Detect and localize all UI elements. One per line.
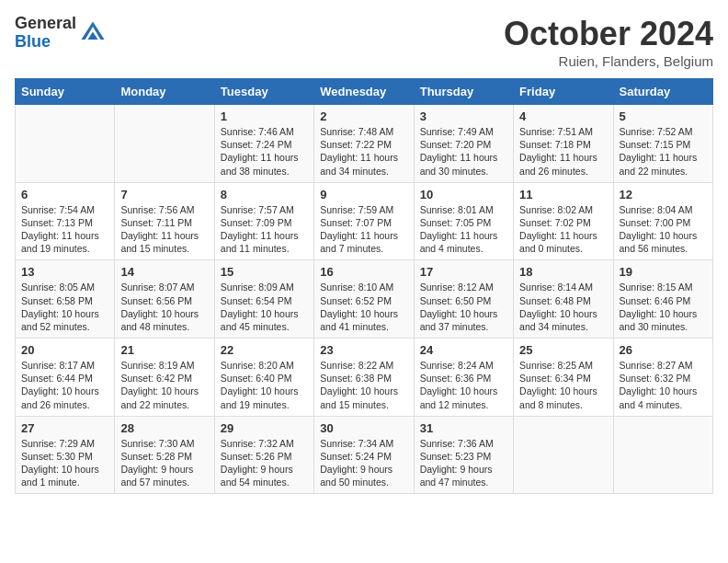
header-cell-monday: Monday — [115, 79, 214, 105]
calendar-cell: 1Sunrise: 7:46 AM Sunset: 7:24 PM Daylig… — [214, 105, 313, 183]
header-cell-friday: Friday — [514, 79, 613, 105]
day-number: 18 — [519, 265, 607, 279]
day-info: Sunrise: 8:17 AM Sunset: 6:44 PM Dayligh… — [21, 359, 108, 411]
header-cell-wednesday: Wednesday — [314, 79, 414, 105]
day-number: 5 — [620, 109, 707, 123]
day-number: 11 — [519, 188, 607, 201]
logo-general: General — [15, 15, 76, 33]
calendar-cell — [115, 105, 214, 183]
logo-icon — [80, 20, 106, 46]
calendar-week-3: 20Sunrise: 8:17 AM Sunset: 6:44 PM Dayli… — [16, 339, 713, 417]
day-info: Sunrise: 7:49 AM Sunset: 7:20 PM Dayligh… — [420, 125, 507, 178]
calendar-cell: 27Sunrise: 7:29 AM Sunset: 5:30 PM Dayli… — [16, 416, 115, 494]
day-number: 15 — [221, 265, 308, 279]
calendar-cell: 29Sunrise: 7:32 AM Sunset: 5:26 PM Dayli… — [214, 416, 313, 494]
day-number: 14 — [120, 265, 208, 279]
day-info: Sunrise: 7:48 AM Sunset: 7:22 PM Dayligh… — [320, 125, 407, 178]
day-info: Sunrise: 7:57 AM Sunset: 7:09 PM Dayligh… — [221, 203, 308, 256]
calendar-cell: 17Sunrise: 8:12 AM Sunset: 6:50 PM Dayli… — [414, 260, 513, 339]
calendar-cell: 20Sunrise: 8:17 AM Sunset: 6:44 PM Dayli… — [16, 339, 115, 417]
calendar-cell: 19Sunrise: 8:15 AM Sunset: 6:46 PM Dayli… — [613, 260, 712, 339]
calendar-cell: 23Sunrise: 8:22 AM Sunset: 6:38 PM Dayli… — [314, 339, 414, 417]
day-info: Sunrise: 7:30 AM Sunset: 5:28 PM Dayligh… — [120, 437, 208, 489]
day-info: Sunrise: 8:04 AM Sunset: 7:00 PM Dayligh… — [620, 203, 707, 256]
day-info: Sunrise: 8:02 AM Sunset: 7:02 PM Dayligh… — [519, 203, 607, 256]
calendar-header: SundayMondayTuesdayWednesdayThursdayFrid… — [16, 79, 713, 105]
header-cell-saturday: Saturday — [613, 79, 712, 105]
day-number: 7 — [120, 188, 208, 201]
calendar-body: 1Sunrise: 7:46 AM Sunset: 7:24 PM Daylig… — [16, 105, 713, 494]
calendar-cell — [514, 416, 613, 494]
day-info: Sunrise: 7:56 AM Sunset: 7:11 PM Dayligh… — [120, 203, 208, 256]
day-info: Sunrise: 7:59 AM Sunset: 7:07 PM Dayligh… — [320, 203, 407, 256]
calendar-cell: 5Sunrise: 7:52 AM Sunset: 7:15 PM Daylig… — [613, 105, 712, 183]
calendar-cell: 18Sunrise: 8:14 AM Sunset: 6:48 PM Dayli… — [514, 260, 613, 339]
day-number: 24 — [420, 343, 507, 357]
day-number: 30 — [320, 421, 407, 435]
calendar-cell: 13Sunrise: 8:05 AM Sunset: 6:58 PM Dayli… — [16, 260, 115, 339]
calendar-cell: 15Sunrise: 8:09 AM Sunset: 6:54 PM Dayli… — [214, 260, 313, 339]
header-cell-sunday: Sunday — [16, 79, 115, 105]
day-info: Sunrise: 8:25 AM Sunset: 6:34 PM Dayligh… — [519, 359, 607, 411]
calendar-cell: 9Sunrise: 7:59 AM Sunset: 7:07 PM Daylig… — [314, 182, 414, 260]
header-cell-tuesday: Tuesday — [214, 79, 313, 105]
header-cell-thursday: Thursday — [414, 79, 513, 105]
logo-blue: Blue — [15, 33, 76, 52]
header-row: SundayMondayTuesdayWednesdayThursdayFrid… — [16, 79, 713, 105]
calendar-week-1: 6Sunrise: 7:54 AM Sunset: 7:13 PM Daylig… — [16, 182, 713, 260]
day-info: Sunrise: 8:20 AM Sunset: 6:40 PM Dayligh… — [221, 359, 308, 411]
day-number: 3 — [420, 109, 507, 123]
day-number: 6 — [21, 188, 108, 201]
calendar-cell: 21Sunrise: 8:19 AM Sunset: 6:42 PM Dayli… — [115, 339, 214, 417]
calendar-cell: 8Sunrise: 7:57 AM Sunset: 7:09 PM Daylig… — [214, 182, 313, 260]
month-title: October 2024 — [504, 15, 713, 53]
day-number: 20 — [21, 343, 108, 357]
day-number: 10 — [420, 188, 507, 201]
day-number: 31 — [420, 421, 507, 435]
day-info: Sunrise: 8:27 AM Sunset: 6:32 PM Dayligh… — [620, 359, 707, 411]
calendar-cell: 6Sunrise: 7:54 AM Sunset: 7:13 PM Daylig… — [16, 182, 115, 260]
day-info: Sunrise: 7:51 AM Sunset: 7:18 PM Dayligh… — [519, 125, 607, 178]
header: General Blue October 2024 Ruien, Flander… — [15, 15, 713, 69]
day-info: Sunrise: 8:09 AM Sunset: 6:54 PM Dayligh… — [221, 281, 308, 333]
logo: General Blue — [15, 15, 106, 52]
day-info: Sunrise: 8:12 AM Sunset: 6:50 PM Dayligh… — [420, 281, 507, 333]
day-number: 13 — [21, 265, 108, 279]
day-number: 29 — [221, 421, 308, 435]
day-number: 16 — [320, 265, 407, 279]
calendar-cell: 10Sunrise: 8:01 AM Sunset: 7:05 PM Dayli… — [414, 182, 513, 260]
day-number: 9 — [320, 188, 407, 201]
day-number: 28 — [120, 421, 208, 435]
calendar-cell: 26Sunrise: 8:27 AM Sunset: 6:32 PM Dayli… — [613, 339, 712, 417]
day-number: 21 — [120, 343, 208, 357]
day-info: Sunrise: 8:14 AM Sunset: 6:48 PM Dayligh… — [519, 281, 607, 333]
day-number: 27 — [21, 421, 108, 435]
day-number: 22 — [221, 343, 308, 357]
day-info: Sunrise: 8:22 AM Sunset: 6:38 PM Dayligh… — [320, 359, 407, 411]
calendar-cell — [613, 416, 712, 494]
calendar-week-2: 13Sunrise: 8:05 AM Sunset: 6:58 PM Dayli… — [16, 260, 713, 339]
calendar-cell: 25Sunrise: 8:25 AM Sunset: 6:34 PM Dayli… — [514, 339, 613, 417]
day-number: 4 — [519, 109, 607, 123]
day-info: Sunrise: 8:19 AM Sunset: 6:42 PM Dayligh… — [120, 359, 208, 411]
calendar-cell: 31Sunrise: 7:36 AM Sunset: 5:23 PM Dayli… — [414, 416, 513, 494]
calendar-cell: 16Sunrise: 8:10 AM Sunset: 6:52 PM Dayli… — [314, 260, 414, 339]
day-info: Sunrise: 7:32 AM Sunset: 5:26 PM Dayligh… — [221, 437, 308, 489]
calendar-cell: 14Sunrise: 8:07 AM Sunset: 6:56 PM Dayli… — [115, 260, 214, 339]
day-info: Sunrise: 8:10 AM Sunset: 6:52 PM Dayligh… — [320, 281, 407, 333]
day-number: 26 — [620, 343, 707, 357]
day-info: Sunrise: 8:01 AM Sunset: 7:05 PM Dayligh… — [420, 203, 507, 256]
calendar-cell: 24Sunrise: 8:24 AM Sunset: 6:36 PM Dayli… — [414, 339, 513, 417]
title-area: October 2024 Ruien, Flanders, Belgium — [504, 15, 713, 69]
day-number: 2 — [320, 109, 407, 123]
calendar-week-4: 27Sunrise: 7:29 AM Sunset: 5:30 PM Dayli… — [16, 416, 713, 494]
day-number: 25 — [519, 343, 607, 357]
day-info: Sunrise: 7:36 AM Sunset: 5:23 PM Dayligh… — [420, 437, 507, 489]
day-number: 8 — [221, 188, 308, 201]
calendar-cell: 12Sunrise: 8:04 AM Sunset: 7:00 PM Dayli… — [613, 182, 712, 260]
day-info: Sunrise: 7:52 AM Sunset: 7:15 PM Dayligh… — [620, 125, 707, 178]
day-info: Sunrise: 8:07 AM Sunset: 6:56 PM Dayligh… — [120, 281, 208, 333]
calendar-cell: 3Sunrise: 7:49 AM Sunset: 7:20 PM Daylig… — [414, 105, 513, 183]
day-number: 12 — [620, 188, 707, 201]
day-info: Sunrise: 7:34 AM Sunset: 5:24 PM Dayligh… — [320, 437, 407, 489]
